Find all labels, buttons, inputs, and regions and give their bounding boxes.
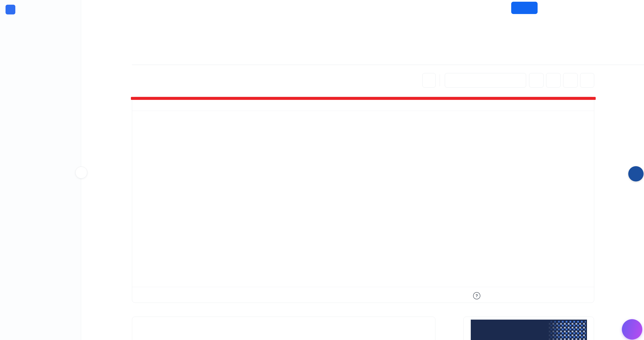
kebab-menu-icon — [584, 77, 590, 84]
table-options-button[interactable] — [580, 73, 594, 88]
chat-widget-button[interactable] — [622, 319, 642, 340]
zones-table: ? — [132, 97, 594, 303]
user-avatar[interactable] — [578, 2, 590, 14]
chevron-left-icon — [78, 170, 84, 175]
toolbar-divider — [440, 74, 440, 86]
chevron-down-icon — [523, 5, 528, 11]
notifications-bell-icon[interactable] — [545, 3, 556, 13]
promo-card[interactable] — [463, 317, 594, 340]
filter-button[interactable] — [546, 73, 560, 88]
chat-bubble-icon — [626, 324, 638, 335]
accessibility-widget-button[interactable] — [628, 166, 644, 181]
table-footer-row: ? — [132, 287, 594, 303]
sum-help-icon[interactable]: ? — [473, 292, 480, 299]
calendar-icon — [449, 77, 456, 84]
date-range-picker[interactable] — [445, 73, 526, 88]
app-root: ? — [0, 0, 644, 340]
chart-view-button[interactable] — [422, 73, 436, 88]
sidebar-menu-dots-icon[interactable] — [63, 3, 72, 10]
filter-icon — [550, 77, 557, 84]
sidebar-collapse-button[interactable] — [75, 167, 87, 178]
search-icon — [533, 77, 540, 84]
add-button[interactable] — [511, 2, 538, 14]
promo-banner — [471, 320, 587, 340]
banner-dots-pattern — [539, 321, 586, 340]
scraping-solutions-card — [132, 317, 436, 340]
grid-plus-icon — [567, 77, 574, 84]
brand-logo[interactable] — [6, 5, 15, 14]
spend-total: ? — [470, 290, 480, 299]
accessibility-icon — [630, 168, 642, 180]
bar-chart-icon — [426, 77, 432, 84]
tab-bar — [132, 53, 644, 65]
help-icon[interactable] — [562, 3, 573, 13]
search-button[interactable] — [529, 73, 544, 88]
sidebar — [0, 0, 81, 340]
table-header-row — [132, 97, 594, 111]
columns-settings-button[interactable] — [563, 73, 578, 88]
